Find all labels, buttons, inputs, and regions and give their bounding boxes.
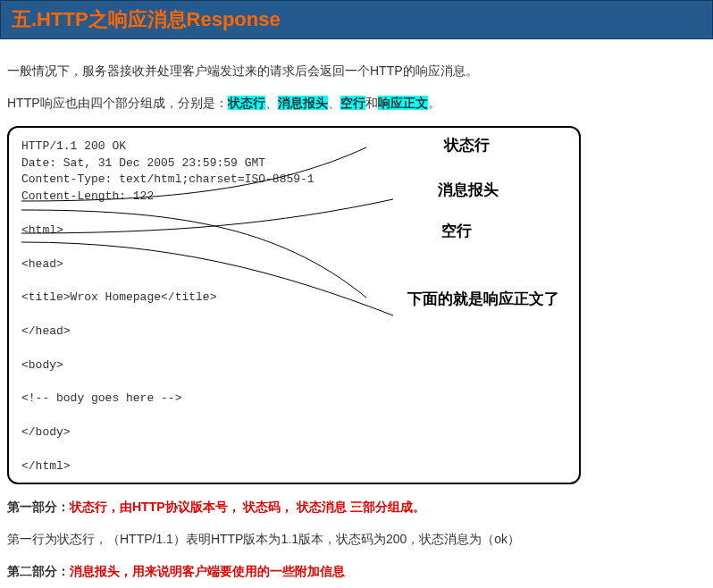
part2-label: 第二部分： [7,564,70,578]
highlight-headers: 消息报头 [278,96,328,110]
intro-p1: 一般情况下，服务器接收并处理客户端发过来的请求后会返回一个HTTP的响应消息。 [7,61,706,80]
content-area: 一般情况下，服务器接收并处理客户端发过来的请求后会返回一个HTTP的响应消息。 … [0,39,713,588]
section-title: 五.HTTP之响应消息Response [12,6,701,33]
body-comment: <!-- body goes here --> [21,391,566,407]
blank-spacer [21,407,566,424]
highlight-status-line: 状态行 [228,96,265,110]
highlight-blank-line: 空行 [340,96,365,110]
part1-label: 第一部分： [7,500,70,514]
blank-line [21,206,566,223]
response-diagram: HTTP/1.1 200 OK Date: Sat, 31 Dec 2005 2… [7,126,581,484]
blank-spacer [21,273,566,290]
part2: 第二部分：消息报头，用来说明客户端要使用的一些附加信息 [7,561,706,581]
sep: 、 [265,96,278,110]
intro-p2-prefix: HTTP响应也由四个部分组成，分别是： [7,96,228,110]
intro-p2: HTTP响应也由四个部分组成，分别是：状态行、消息报头、空行和响应正文。 [7,93,706,113]
part1: 第一部分：状态行，由HTTP协议版本号， 状态码， 状态消息 三部分组成。 [7,497,706,517]
blank-spacer [21,340,566,357]
date-header: Date: Sat, 31 Dec 2005 23:59:59 GMT [21,155,566,172]
intro-p2-suffix: 。 [428,96,440,110]
blank-spacer [21,441,566,458]
part2-red: 消息报头，用来说明客户端要使用的一些附加信息 [70,564,345,578]
html-close-tag: </html> [21,458,566,475]
part1-red: 状态行，由HTTP协议版本号， 状态码， 状态消息 三部分组成。 [70,500,425,514]
section-header: 五.HTTP之响应消息Response [0,0,713,39]
body-close-tag: </body> [21,424,566,441]
annotation-body: 下面的就是响应正文了 [407,289,559,311]
head-close-tag: </head> [21,323,566,340]
sep: 和 [365,96,378,110]
body-open-tag: <body> [21,357,566,374]
sep: 、 [328,96,340,110]
annotation-blank-line: 空行 [441,221,472,243]
annotation-headers: 消息报头 [438,180,499,202]
blank-spacer [21,239,566,256]
part1-desc: 第一行为状态行，（HTTP/1.1）表明HTTP版本为1.1版本，状态码为200… [7,529,706,549]
head-open-tag: <head> [21,256,566,273]
highlight-body: 响应正文 [378,96,428,110]
annotation-status-line: 状态行 [444,135,490,157]
html-open-tag: <html> [21,223,566,239]
blank-spacer [21,374,566,391]
